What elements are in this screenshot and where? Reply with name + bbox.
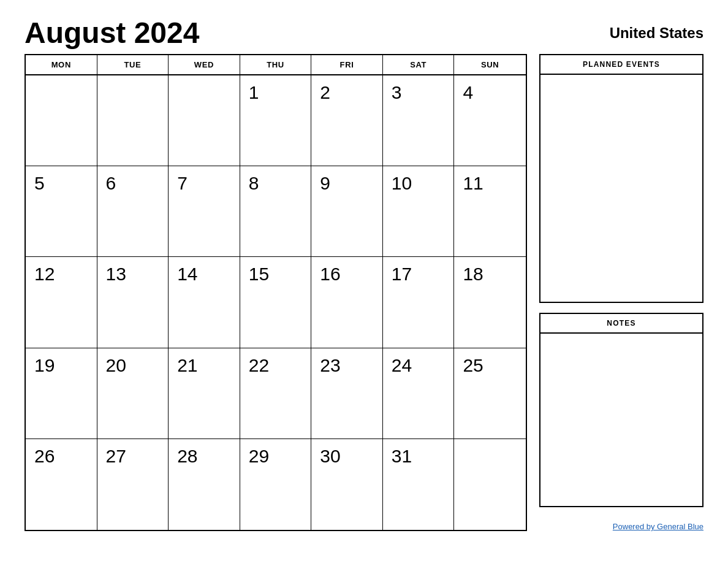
day-number: 31 — [392, 445, 412, 467]
main-content: MONTUEWEDTHUFRISATSUN 123456789101112131… — [25, 54, 703, 531]
calendar-cell — [97, 75, 169, 166]
day-number: 11 — [463, 172, 483, 194]
calendar-cell: 22 — [240, 348, 312, 439]
calendar-cell: 30 — [311, 439, 383, 530]
calendar-cell: 29 — [240, 439, 312, 530]
calendar-cell: 3 — [383, 75, 455, 166]
day-number: 6 — [106, 172, 116, 194]
day-number: 30 — [320, 445, 340, 467]
calendar-cell: 26 — [26, 439, 97, 530]
calendar-cell: 2 — [311, 75, 383, 166]
day-number: 16 — [320, 263, 340, 285]
notes-label: NOTES — [540, 314, 702, 334]
day-number: 28 — [177, 445, 197, 467]
day-number: 23 — [320, 354, 340, 377]
calendar-cell: 15 — [240, 257, 312, 348]
calendar-cell: 10 — [383, 166, 455, 257]
planned-events-box: PLANNED EVENTS — [539, 54, 703, 303]
day-header-fri: FRI — [311, 55, 383, 74]
day-number: 12 — [34, 263, 55, 285]
calendar-cell: 25 — [454, 348, 526, 439]
day-number: 18 — [463, 263, 483, 285]
day-number: 26 — [34, 445, 55, 467]
calendar-cell: 1 — [240, 75, 312, 166]
calendar-cell — [169, 75, 240, 166]
calendar-cell: 8 — [240, 166, 312, 257]
day-number: 29 — [249, 445, 269, 467]
calendar-day-headers: MONTUEWEDTHUFRISATSUN — [26, 55, 526, 75]
calendar-cell: 16 — [311, 257, 383, 348]
day-header-tue: TUE — [97, 55, 169, 74]
calendar-cell: 6 — [97, 166, 169, 257]
notes-box: NOTES — [539, 313, 703, 507]
calendar-cell: 19 — [26, 348, 97, 439]
calendar-cell: 20 — [97, 348, 169, 439]
day-number: 15 — [249, 263, 269, 285]
powered-by: Powered by General Blue — [539, 522, 703, 531]
calendar-cell: 5 — [26, 166, 97, 257]
day-header-mon: MON — [26, 55, 97, 74]
calendar-cell: 28 — [169, 439, 240, 530]
day-number: 19 — [34, 354, 55, 377]
calendar-cell: 14 — [169, 257, 240, 348]
day-header-wed: WED — [169, 55, 240, 74]
calendar-cell: 23 — [311, 348, 383, 439]
calendar-grid: MONTUEWEDTHUFRISATSUN 123456789101112131… — [25, 54, 527, 531]
calendar-cell — [454, 439, 526, 530]
day-number: 22 — [249, 354, 269, 377]
calendar-cell: 4 — [454, 75, 526, 166]
calendar-cell: 18 — [454, 257, 526, 348]
calendar-cell: 27 — [97, 439, 169, 530]
day-number: 13 — [106, 263, 126, 285]
country-title: United States — [610, 18, 703, 40]
calendar-cell — [26, 75, 97, 166]
day-number: 20 — [106, 354, 126, 377]
calendar-cell: 11 — [454, 166, 526, 257]
day-number: 24 — [392, 354, 412, 377]
planned-events-label: PLANNED EVENTS — [540, 55, 702, 75]
day-number: 1 — [249, 82, 259, 104]
calendar-cell: 17 — [383, 257, 455, 348]
day-number: 7 — [177, 172, 188, 194]
calendar-body: 1234567891011121314151617181920212223242… — [26, 75, 526, 530]
notes-content — [540, 334, 702, 506]
calendar-cell: 31 — [383, 439, 455, 530]
day-header-thu: THU — [240, 55, 312, 74]
sidebar: PLANNED EVENTS NOTES Powered by General … — [539, 54, 703, 531]
day-number: 21 — [177, 354, 197, 377]
day-number: 8 — [249, 172, 259, 194]
calendar-cell: 7 — [169, 166, 240, 257]
calendar-cell: 21 — [169, 348, 240, 439]
day-number: 2 — [320, 82, 330, 104]
day-number: 25 — [463, 354, 483, 377]
day-number: 9 — [320, 172, 330, 194]
calendar-cell: 13 — [97, 257, 169, 348]
day-number: 3 — [392, 82, 402, 104]
planned-events-content — [540, 75, 702, 302]
day-number: 5 — [34, 172, 45, 194]
day-number: 17 — [392, 263, 412, 285]
day-header-sat: SAT — [383, 55, 455, 74]
calendar-cell: 12 — [26, 257, 97, 348]
month-year-title: August 2024 — [25, 18, 199, 48]
day-number: 14 — [177, 263, 197, 285]
day-number: 10 — [392, 172, 412, 194]
page-header: August 2024 United States — [25, 18, 703, 48]
day-header-sun: SUN — [454, 55, 526, 74]
day-number: 4 — [463, 82, 473, 104]
calendar-cell: 24 — [383, 348, 455, 439]
powered-by-link[interactable]: Powered by General Blue — [613, 522, 703, 531]
day-number: 27 — [106, 445, 126, 467]
calendar-cell: 9 — [311, 166, 383, 257]
